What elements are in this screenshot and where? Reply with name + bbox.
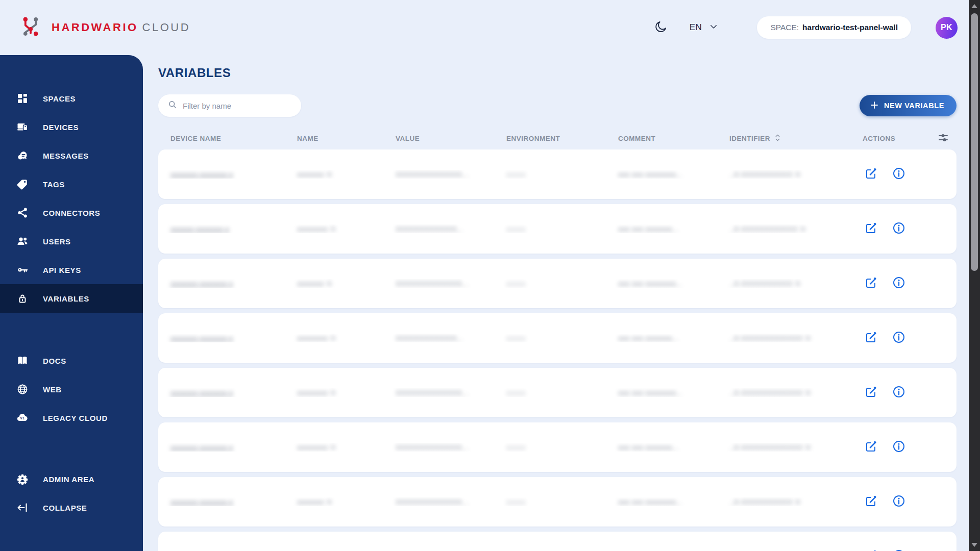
copy-icon[interactable]: ⧉ [331,225,335,233]
cell-environment: xxxxx [494,279,606,288]
cell-device-name[interactable]: xxxxxxx-xxxxxxx-x [158,334,285,342]
variable-info-button[interactable] [892,440,905,455]
copy-icon[interactable]: ⧉ [331,389,335,397]
cell-device-name[interactable]: xxxxxx-xxxxxxx-x [158,224,285,233]
sidebar-item-spaces[interactable]: SPACES [0,84,143,113]
sidebar-item-web[interactable]: WEB [0,375,143,404]
copy-icon[interactable]: ⧉ [795,280,800,288]
variable-info-button[interactable] [892,167,905,182]
language-selector[interactable]: EN [690,22,719,33]
copy-icon[interactable]: ⧉ [805,389,810,397]
cell-comment: xxx xxx xxxxxxx... [606,224,717,233]
info-circle-icon [892,221,905,236]
copy-icon[interactable]: ⧉ [795,170,800,179]
copy-icon[interactable]: ⧉ [805,443,810,452]
variables-table-body: xxxxxxx-xxxxxxx-x xxxxxxx ⧉ XXXXXXXXXXXX… [158,149,957,551]
variable-info-button[interactable] [892,276,905,291]
copy-icon[interactable]: ⧉ [327,170,332,179]
sidebar-item-users[interactable]: USERS [0,227,143,256]
copy-icon[interactable]: ⧉ [331,443,335,452]
environment-redacted: xxxxx [506,170,526,179]
cell-actions [850,331,957,345]
table-header-row: DEVICE NAME NAME VALUE ENVIRONMENT COMME… [158,128,957,149]
environment-redacted: xxxxx [506,388,526,397]
edit-variable-button[interactable] [865,276,878,291]
scrollbar-thumb[interactable] [971,13,978,271]
cell-device-name[interactable]: xxxxxxx-xxxxxxx-x [158,443,285,452]
sidebar-item-collapse[interactable]: COLLAPSE [0,493,143,522]
column-header-identifier[interactable]: IDENTIFIER [717,134,850,143]
sidebar-item-messages[interactable]: MESSAGES [0,141,143,170]
sidebar-item-connectors[interactable]: CONNECTORS [0,198,143,227]
sidebar-item-label: API KEYS [43,266,81,274]
cell-name: xxxxxxxx ⧉ [285,224,383,233]
sidebar-item-docs[interactable]: DOCS [0,346,143,375]
variable-info-button[interactable] [892,549,905,551]
variable-info-button[interactable] [892,221,905,236]
edit-variable-button[interactable] [865,549,878,551]
copy-icon[interactable]: ⧉ [805,334,810,342]
dark-mode-toggle[interactable] [654,20,668,36]
sidebar-item-admin-area[interactable]: ADMIN AREA [0,465,143,493]
copy-icon[interactable]: ⧉ [331,334,335,342]
identifier-redacted: ..X-XXXXXXXXXXXX [729,443,802,452]
user-avatar[interactable]: PK [936,17,958,39]
cell-environment: xxxxx [494,497,606,506]
cell-name: xxxxxxx ⧉ [285,170,383,179]
cell-environment: xxxxx [494,443,606,452]
cell-device-name[interactable]: xxxxxxx-xxxxxxx-x [158,279,285,288]
environment-redacted: xxxxx [506,334,526,342]
copy-icon[interactable]: ⧉ [800,225,805,233]
filter-input[interactable] [183,102,285,110]
identifier-redacted: ..X-XXXXXXXXXXXX [729,334,802,342]
copy-icon[interactable]: ⧉ [795,498,800,506]
edit-variable-button[interactable] [865,221,878,236]
space-selector[interactable]: SPACE: hardwario-test-panel-wall [757,16,911,39]
cell-device-name[interactable]: xxxxxxx-xxxxxxx-x [158,388,285,397]
identifier-redacted: ..X-XXXXXXXXXXX [729,224,797,233]
cell-device-name[interactable]: xxxxxxx-xxxxxxx-x [158,497,285,506]
new-variable-button[interactable]: NEW VARIABLE [860,95,957,116]
cell-value: XXXXXXXXXXXXX... [383,497,494,506]
edit-variable-button[interactable] [865,494,878,509]
device-name-redacted: xxxxxxx-xxxxxxx-x [170,334,233,342]
edit-variable-button[interactable] [865,385,878,400]
environment-redacted: xxxxx [506,497,526,506]
cell-name: xxxxxxx ⧉ [285,497,383,506]
sidebar-item-label: MESSAGES [43,152,89,160]
edit-variable-button[interactable] [865,167,878,182]
cell-identifier: ..X-XXXXXXXXXX ⧉ [717,279,850,288]
chevron-down-icon [709,22,718,33]
comment-redacted: xxx xxx xxxxxxxx... [618,170,682,179]
variable-info-button[interactable] [892,385,905,400]
sidebar-item-tags[interactable]: TAGS [0,170,143,198]
cell-device-name[interactable]: xxxxxxx-xxxxxxx-x [158,170,285,179]
copy-icon[interactable]: ⧉ [327,280,332,288]
lock-icon [16,292,29,305]
environment-redacted: xxxxx [506,279,526,288]
sidebar-item-variables[interactable]: VARIABLES [0,284,143,313]
sidebar-item-api-keys[interactable]: API KEYS [0,256,143,284]
sidebar-item-devices[interactable]: DEVICES [0,113,143,141]
device-name-redacted: xxxxxx-xxxxxxx-x [170,224,229,233]
plus-icon [870,101,879,111]
cell-actions [850,276,957,291]
brand-logo[interactable]: HARDWARIOCLOUD [19,15,190,40]
edit-variable-button[interactable] [865,331,878,345]
environment-redacted: xxxxx [506,224,526,233]
edit-variable-button[interactable] [865,440,878,455]
variable-info-button[interactable] [892,494,905,509]
copy-icon[interactable]: ⧉ [327,498,332,506]
sort-arrows-icon[interactable] [774,134,781,143]
cell-value: XXXXXXXXXXXX... [383,334,494,342]
scrollbar-down-arrow[interactable] [971,543,977,547]
cell-value: XXXXXXXXXXXXX... [383,170,494,179]
scrollbar-up-arrow[interactable] [971,4,977,8]
device-name-redacted: xxxxxxx-xxxxxxx-x [170,388,233,397]
globe-icon [16,383,29,395]
table-row: xxxxxxx-xxxxxxx-x xxxxxxxx ⧉ XXXXXXXXXXX… [158,368,957,417]
variable-info-button[interactable] [892,331,905,345]
column-header-name: NAME [285,135,383,142]
sidebar-item-legacy-cloud[interactable]: V1 LEGACY CLOUD [0,404,143,432]
column-settings-icon[interactable] [937,132,949,145]
